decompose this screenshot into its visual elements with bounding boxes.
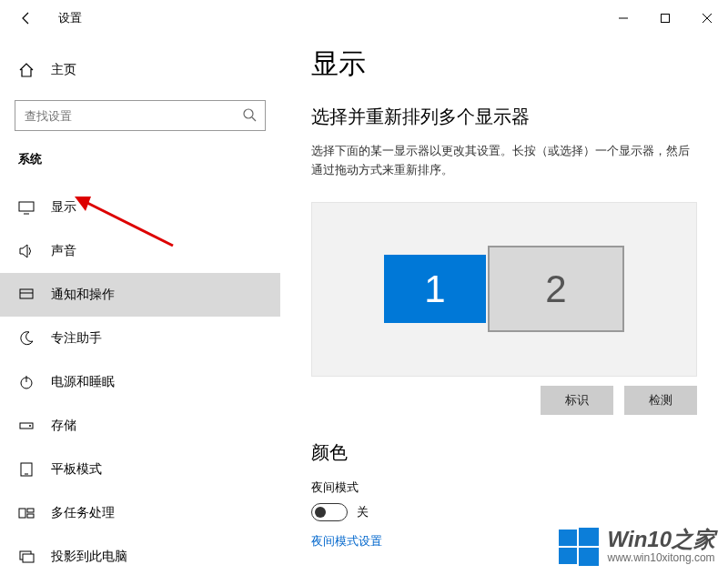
sidebar-item-power[interactable]: 电源和睡眠: [0, 360, 280, 404]
sidebar-item-label: 多任务处理: [51, 505, 115, 521]
window-controls: [602, 4, 728, 33]
svg-rect-20: [23, 554, 34, 562]
home-link[interactable]: 主页: [0, 55, 280, 86]
maximize-button[interactable]: [644, 4, 686, 33]
sidebar-item-label: 通知和操作: [51, 287, 115, 303]
sidebar-item-sound[interactable]: 声音: [0, 229, 280, 273]
detect-button[interactable]: 检测: [624, 386, 697, 415]
monitor-icon: [18, 199, 35, 216]
watermark-url: www.win10xitong.com: [608, 552, 715, 564]
page-title: 显示: [311, 45, 697, 83]
night-mode-toggle-row: 关: [311, 503, 697, 521]
titlebar: 设置: [0, 0, 728, 36]
main-panel: 显示 选择并重新排列多个显示器 选择下面的某一显示器以更改其设置。长按（或选择）…: [280, 36, 728, 573]
sidebar: 主页 系统 显示 声音 通知和操作 专注助手 电源和睡眠 存储: [0, 36, 280, 573]
svg-point-13: [29, 425, 31, 427]
storage-icon: [18, 418, 35, 434]
multitask-icon: [18, 505, 35, 521]
sidebar-item-label: 电源和睡眠: [51, 374, 115, 390]
color-heading: 颜色: [311, 440, 697, 465]
content-area: 主页 系统 显示 声音 通知和操作 专注助手 电源和睡眠 存储: [0, 36, 728, 573]
sidebar-item-tablet[interactable]: 平板模式: [0, 448, 280, 491]
speaker-icon: [18, 243, 35, 259]
close-button[interactable]: [686, 4, 728, 33]
svg-line-5: [252, 117, 256, 121]
sidebar-item-notifications[interactable]: 通知和操作: [0, 273, 280, 317]
display-arrange-box[interactable]: 1 2: [311, 202, 697, 377]
monitor-2[interactable]: 2: [488, 246, 624, 332]
toggle-knob: [315, 507, 326, 518]
night-mode-settings-link[interactable]: 夜间模式设置: [311, 534, 382, 548]
tablet-icon: [18, 461, 35, 478]
sidebar-item-storage[interactable]: 存储: [0, 404, 280, 448]
back-button[interactable]: [13, 5, 40, 32]
svg-rect-17: [27, 509, 34, 512]
minimize-button[interactable]: [602, 4, 644, 33]
svg-rect-8: [20, 289, 33, 298]
svg-rect-24: [579, 528, 599, 546]
identify-button[interactable]: 标识: [541, 386, 613, 415]
display-button-row: 标识 检测: [311, 386, 697, 415]
svg-rect-1: [662, 15, 670, 23]
sidebar-item-label: 投影到此电脑: [51, 549, 127, 565]
notification-icon: [18, 287, 35, 303]
watermark: Win10之家 www.win10xitong.com: [559, 526, 715, 566]
svg-point-4: [244, 109, 253, 118]
svg-rect-18: [27, 514, 34, 518]
project-icon: [18, 549, 35, 565]
night-mode-toggle[interactable]: [311, 503, 348, 521]
minimize-icon: [618, 13, 629, 24]
svg-rect-16: [19, 509, 25, 518]
night-mode-state: 关: [357, 504, 369, 520]
sidebar-item-focus[interactable]: 专注助手: [0, 317, 280, 360]
svg-rect-26: [579, 548, 599, 566]
night-mode-label: 夜间模式: [311, 479, 697, 496]
power-icon: [18, 374, 35, 390]
windows-logo-icon: [559, 526, 599, 566]
sidebar-item-label: 声音: [51, 243, 76, 259]
svg-rect-6: [19, 202, 34, 211]
home-label: 主页: [51, 62, 76, 78]
svg-rect-23: [559, 530, 577, 546]
sidebar-item-label: 存储: [51, 418, 76, 434]
search-container: [15, 100, 266, 131]
sidebar-item-multitask[interactable]: 多任务处理: [0, 491, 280, 535]
arrow-left-icon: [19, 11, 34, 25]
arrange-desc: 选择下面的某一显示器以更改其设置。长按（或选择）一个显示器，然后通过拖动方式来重…: [311, 142, 697, 180]
maximize-icon: [660, 13, 671, 24]
home-icon: [18, 62, 35, 78]
sidebar-item-label: 平板模式: [51, 461, 102, 478]
moon-icon: [18, 330, 35, 347]
window-title: 设置: [58, 10, 82, 26]
arrange-heading: 选择并重新排列多个显示器: [311, 105, 697, 129]
search-icon: [242, 107, 257, 126]
sidebar-item-project[interactable]: 投影到此电脑: [0, 535, 280, 575]
svg-rect-25: [559, 548, 577, 564]
sidebar-section-label: 系统: [0, 151, 280, 167]
search-input[interactable]: [15, 100, 266, 131]
close-icon: [702, 13, 713, 24]
sidebar-item-display[interactable]: 显示: [0, 186, 280, 229]
watermark-title: Win10之家: [608, 528, 715, 551]
monitor-1[interactable]: 1: [384, 255, 486, 323]
sidebar-item-label: 专注助手: [51, 330, 102, 347]
sidebar-item-label: 显示: [51, 199, 76, 216]
